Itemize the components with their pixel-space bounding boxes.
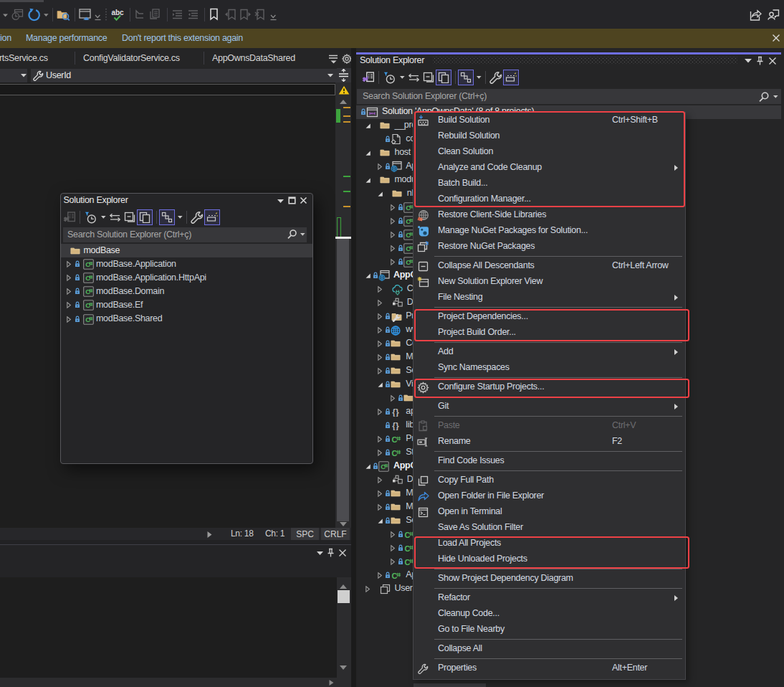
svg-text:C: C [404,558,410,567]
svg-text:C: C [392,449,398,458]
svg-text:{}: {} [393,421,400,431]
svg-text:C: C [404,531,410,539]
svg-text:C: C [392,435,398,444]
svg-text:C: C [392,572,398,580]
svg-text:C: C [404,544,410,553]
svg-text:{}: {} [393,407,400,417]
svg-text:abc: abc [111,9,124,16]
